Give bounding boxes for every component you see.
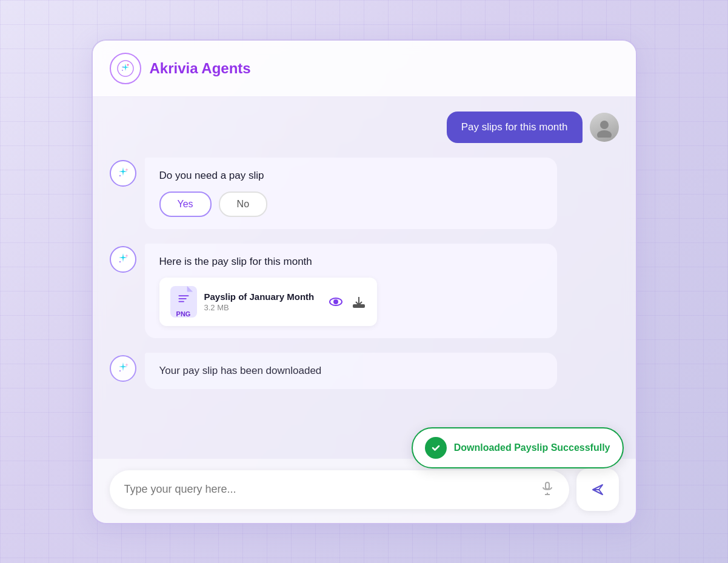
no-button[interactable]: No [219, 192, 267, 217]
query-input[interactable] [124, 483, 533, 496]
file-name: Payslip of January Month [204, 291, 315, 302]
yes-button[interactable]: Yes [159, 192, 212, 217]
svg-point-11 [334, 300, 338, 304]
success-toast: Downloaded Payslip Successfully [412, 427, 624, 468]
send-button[interactable] [576, 468, 619, 511]
chat-container: Akrivia Agents Pay slips for this month [92, 39, 637, 524]
svg-point-6 [119, 261, 120, 262]
download-icon[interactable] [352, 295, 366, 309]
svg-point-13 [119, 370, 120, 371]
svg-rect-14 [546, 482, 549, 489]
toast-message: Downloaded Payslip Successfully [454, 442, 610, 453]
microphone-icon[interactable] [540, 481, 555, 498]
toast-check-icon [425, 437, 447, 459]
user-avatar [590, 113, 619, 142]
bot-icon-2 [110, 246, 136, 273]
bot-bubble-2: Here is the pay slip for this month PNG [145, 244, 557, 338]
bot-icon-3 [110, 355, 136, 382]
file-attachment: PNG Payslip of January Month 3.2 MB [159, 278, 378, 326]
bot-icon-1 [110, 160, 136, 187]
bot-bubble-3: Your pay slip has been downloaded [145, 353, 557, 389]
svg-point-3 [600, 121, 609, 129]
file-size: 3.2 MB [204, 303, 315, 312]
file-type: PNG [176, 310, 191, 318]
bot-message-2: Here is the pay slip for this month PNG [110, 244, 619, 338]
bot-message-1: Do you need a pay slip Yes No [110, 158, 619, 229]
svg-point-1 [127, 64, 129, 65]
agent-title: Akrivia Agents [150, 60, 251, 77]
file-icon: PNG [170, 286, 197, 318]
agent-logo [110, 53, 141, 84]
chat-header: Akrivia Agents [93, 41, 636, 97]
svg-rect-7 [178, 295, 189, 296]
messages-area: Pay slips for this month [93, 97, 636, 459]
bot-bubble-1: Do you need a pay slip Yes No [145, 158, 557, 229]
input-wrapper [110, 470, 569, 509]
svg-point-2 [122, 70, 123, 71]
user-message-row: Pay slips for this month [110, 112, 619, 143]
user-bubble: Pay slips for this month [447, 112, 583, 143]
choice-buttons: Yes No [159, 192, 543, 217]
svg-point-5 [119, 175, 120, 176]
svg-rect-8 [178, 298, 186, 299]
bot-text-2: Here is the pay slip for this month [159, 256, 543, 268]
avatar-inner [590, 113, 619, 142]
view-icon[interactable] [329, 295, 343, 309]
file-actions [329, 295, 366, 309]
bot-text-1: Do you need a pay slip [159, 170, 543, 182]
file-info: Payslip of January Month 3.2 MB [204, 291, 315, 312]
bot-message-3: Your pay slip has been downloaded [110, 353, 619, 389]
svg-point-4 [597, 130, 612, 138]
bot-text-3: Your pay slip has been downloaded [159, 365, 322, 376]
svg-rect-9 [178, 301, 184, 302]
